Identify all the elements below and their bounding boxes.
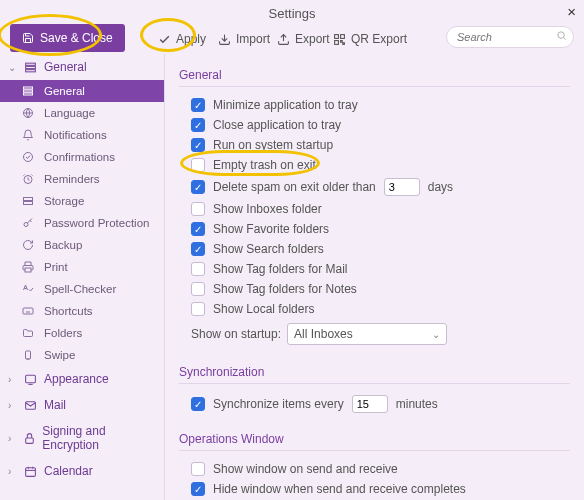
- option-show-favorite[interactable]: ✓ Show Favorite folders: [179, 219, 570, 239]
- chevron-down-icon: ⌄: [8, 62, 18, 73]
- checkbox[interactable]: ✓: [191, 222, 205, 236]
- print-icon: [22, 261, 36, 273]
- search-icon: [556, 30, 567, 41]
- mail-icon: [24, 399, 38, 412]
- search-field[interactable]: [446, 26, 574, 48]
- sidebar-item-label: Password Protection: [44, 217, 149, 229]
- option-delete-spam[interactable]: ✓ Delete spam on exit older than days: [179, 175, 570, 199]
- option-show-window-sendrecv[interactable]: Show window on send and receive: [179, 459, 570, 479]
- sidebar-item-label: Language: [44, 107, 95, 119]
- folder-icon: [22, 327, 36, 339]
- qr-icon: [333, 33, 346, 46]
- svg-rect-19: [24, 198, 33, 201]
- sidebar-category-appearance[interactable]: › Appearance: [0, 366, 164, 392]
- svg-point-17: [24, 153, 33, 162]
- save-close-button[interactable]: Save & Close: [10, 24, 125, 52]
- import-button[interactable]: Import: [210, 26, 278, 52]
- checkbox[interactable]: ✓: [191, 482, 205, 496]
- sync-label-post: minutes: [396, 397, 438, 411]
- svg-rect-20: [24, 202, 33, 205]
- bell-icon: [22, 129, 36, 141]
- key-icon: [22, 217, 36, 229]
- option-label: Close application to tray: [213, 118, 341, 132]
- option-show-local[interactable]: Show Local folders: [179, 299, 570, 319]
- checkbox[interactable]: [191, 462, 205, 476]
- checkbox[interactable]: ✓: [191, 138, 205, 152]
- sidebar-category-general[interactable]: ⌄ General: [0, 54, 164, 80]
- sidebar-item-shortcuts[interactable]: Shortcuts: [0, 300, 164, 322]
- option-label: Show window on send and receive: [213, 462, 398, 476]
- sidebar-item-password[interactable]: Password Protection: [0, 212, 164, 234]
- calendar-icon: [24, 465, 38, 478]
- option-run-startup[interactable]: ✓ Run on system startup: [179, 135, 570, 155]
- option-sync-interval[interactable]: ✓ Synchronize items every minutes: [179, 392, 570, 416]
- sidebar-item-general[interactable]: General: [0, 80, 164, 102]
- settings-panel-icon: [24, 61, 38, 74]
- swipe-icon: [22, 349, 36, 361]
- check-icon: [158, 33, 171, 46]
- sync-minutes-input[interactable]: [352, 395, 388, 413]
- row-show-startup: Show on startup: All Inboxes ⌄: [179, 319, 570, 349]
- sidebar-item-confirmations[interactable]: Confirmations: [0, 146, 164, 168]
- sidebar-item-spellchecker[interactable]: Spell-Checker: [0, 278, 164, 300]
- option-label: Show Local folders: [213, 302, 314, 316]
- option-show-search[interactable]: ✓ Show Search folders: [179, 239, 570, 259]
- sidebar-item-print[interactable]: Print: [0, 256, 164, 278]
- sidebar-item-label: Swipe: [44, 349, 75, 361]
- chevron-right-icon: ›: [8, 400, 18, 411]
- sidebar-category-calendar[interactable]: › Calendar: [0, 458, 164, 484]
- sidebar-item-reminders[interactable]: Reminders: [0, 168, 164, 190]
- svg-rect-9: [26, 63, 36, 65]
- checkbox[interactable]: ✓: [191, 180, 205, 194]
- option-label-post: days: [428, 180, 453, 194]
- import-icon: [218, 33, 231, 46]
- checkbox[interactable]: [191, 158, 205, 172]
- checkbox[interactable]: [191, 282, 205, 296]
- checkbox[interactable]: ✓: [191, 397, 205, 411]
- spam-days-input[interactable]: [384, 178, 420, 196]
- svg-line-8: [564, 38, 566, 40]
- category-label: General: [44, 60, 87, 74]
- option-label: Run on system startup: [213, 138, 333, 152]
- sidebar-item-storage[interactable]: Storage: [0, 190, 164, 212]
- option-close-tray[interactable]: ✓ Close application to tray: [179, 115, 570, 135]
- sidebar-item-notifications[interactable]: Notifications: [0, 124, 164, 146]
- svg-rect-34: [26, 437, 34, 442]
- sidebar-item-backup[interactable]: Backup: [0, 234, 164, 256]
- option-minimize-tray[interactable]: ✓ Minimize application to tray: [179, 95, 570, 115]
- category-label: Mail: [44, 398, 66, 412]
- sidebar-item-language[interactable]: Language: [0, 102, 164, 124]
- sidebar-item-swipe[interactable]: Swipe: [0, 344, 164, 366]
- sidebar-category-mail[interactable]: › Mail: [0, 392, 164, 418]
- checkbox[interactable]: ✓: [191, 118, 205, 132]
- close-button[interactable]: ×: [567, 3, 576, 20]
- apply-button[interactable]: Apply: [150, 26, 214, 52]
- option-empty-trash[interactable]: Empty trash on exit: [179, 155, 570, 175]
- sidebar-item-label: Notifications: [44, 129, 107, 141]
- option-show-tag-mail[interactable]: Show Tag folders for Mail: [179, 259, 570, 279]
- import-label: Import: [236, 32, 270, 46]
- sidebar-item-label: Shortcuts: [44, 305, 93, 317]
- content-pane: General ✓ Minimize application to tray ✓…: [165, 54, 584, 500]
- option-show-inboxes[interactable]: Show Inboxes folder: [179, 199, 570, 219]
- option-hide-window-complete[interactable]: ✓ Hide window when send and receive comp…: [179, 479, 570, 499]
- checkbox[interactable]: ✓: [191, 242, 205, 256]
- svg-rect-6: [343, 42, 345, 44]
- checkbox[interactable]: [191, 302, 205, 316]
- check-circle-icon: [22, 151, 36, 163]
- startup-select[interactable]: All Inboxes ⌄: [287, 323, 447, 345]
- svg-rect-10: [26, 66, 36, 68]
- qr-export-button[interactable]: QR Export: [325, 26, 415, 52]
- sidebar-item-folders[interactable]: Folders: [0, 322, 164, 344]
- checkbox[interactable]: [191, 262, 205, 276]
- section-sync-heading: Synchronization: [179, 359, 570, 384]
- sidebar-item-label: Backup: [44, 239, 82, 251]
- qr-export-label: QR Export: [351, 32, 407, 46]
- sidebar-item-label: Reminders: [44, 173, 100, 185]
- search-input[interactable]: [446, 26, 574, 48]
- sidebar-category-signing[interactable]: › Signing and Encryption: [0, 418, 164, 458]
- checkbox[interactable]: ✓: [191, 98, 205, 112]
- lock-icon: [23, 432, 36, 445]
- option-show-tag-notes[interactable]: Show Tag folders for Notes: [179, 279, 570, 299]
- checkbox[interactable]: [191, 202, 205, 216]
